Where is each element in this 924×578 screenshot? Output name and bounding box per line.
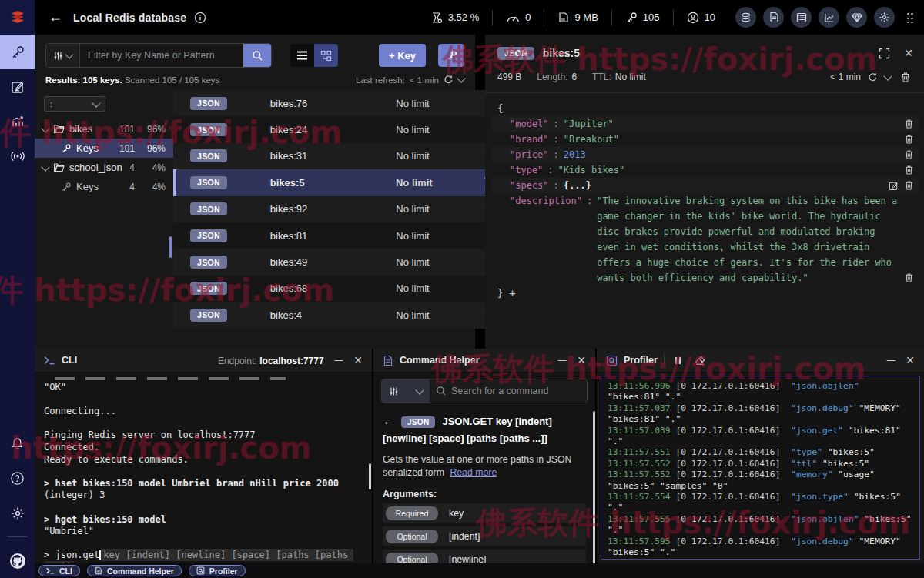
helper-scrollbar[interactable] <box>593 411 595 563</box>
minimize-cli-button[interactable]: ─ <box>335 356 343 364</box>
argument-badge: Optional <box>386 553 438 564</box>
ops-value: 0 <box>525 12 531 23</box>
remove-field-button[interactable] <box>901 147 916 162</box>
json-field-row[interactable]: "model":"Jupiter" <box>491 116 919 132</box>
cli-output[interactable]: "OK" Connecting... Pinging Redis server … <box>35 373 372 563</box>
close-helper-button[interactable]: ✕ <box>577 354 586 366</box>
analytics-button[interactable] <box>819 7 839 28</box>
tree-folder-school-json[interactable]: school_json 4 4% <box>35 158 173 177</box>
type-badge: JSON <box>190 202 227 215</box>
key-name: bikes:5 <box>270 177 396 189</box>
remove-field-button[interactable] <box>901 162 916 178</box>
profiler-log[interactable]: 13:11:56.996 [0 172.17.0.1:60416] "json.… <box>601 376 920 560</box>
sidebar-item-browser[interactable] <box>0 35 35 69</box>
command-search-input[interactable] <box>447 386 587 396</box>
sidebar-item-workbench[interactable] <box>0 69 35 104</box>
sidebar-item-pubsub[interactable] <box>0 139 35 173</box>
minimize-helper-button[interactable]: ─ <box>558 356 567 364</box>
report-button[interactable] <box>763 7 784 28</box>
back-icon[interactable]: ← <box>383 413 394 429</box>
cpu-value: 3.52 % <box>448 12 479 23</box>
refresh-icon[interactable] <box>444 75 454 85</box>
tree-folder-label: school_json <box>69 162 122 173</box>
key-row-selected[interactable]: JSONbikes:5No limit499 B <box>173 169 521 195</box>
refresh-options-chevron-icon[interactable] <box>457 74 465 82</box>
more-options-icon[interactable] <box>906 12 913 23</box>
type-badge: JSON <box>190 309 227 322</box>
tree-keys-school-json[interactable]: Keys 4 4% <box>35 177 173 196</box>
tree-folder-bikes[interactable]: bikes 101 96% <box>35 119 173 139</box>
modules-button[interactable] <box>846 7 867 28</box>
redis-logo[interactable] <box>0 0 35 35</box>
add-key-button[interactable]: + Key <box>379 44 426 67</box>
clear-profiler-button[interactable] <box>692 352 708 368</box>
profiler-toggle-button[interactable]: Profiler <box>189 565 246 576</box>
tree-keys-bikes[interactable]: Keys 101 96% <box>35 139 173 158</box>
filter-type-dropdown[interactable] <box>46 44 80 67</box>
pause-profiler-button[interactable] <box>671 352 686 368</box>
list-view-button[interactable] <box>290 44 314 67</box>
database-stats: 3.52 % 0 9 MB 105 10 <box>430 10 715 25</box>
gear-icon <box>879 12 890 23</box>
tree-view-button[interactable] <box>314 44 338 67</box>
settings-button[interactable] <box>874 7 895 28</box>
json-field-row[interactable]: "price":2013 <box>491 147 919 162</box>
sidebar-item-help[interactable] <box>0 461 35 496</box>
fullscreen-button[interactable] <box>876 45 892 61</box>
command-filter-dropdown[interactable] <box>382 379 430 403</box>
info-icon[interactable] <box>194 12 206 24</box>
profiler-log-line: 13:11:57.552 [0 172.17.0.1:60416] "ttl" … <box>608 459 913 469</box>
tree-scrollbar[interactable] <box>169 236 172 258</box>
minimize-profiler-button[interactable]: ─ <box>887 356 896 364</box>
database-overview-button[interactable] <box>735 7 756 28</box>
key-filter-input[interactable] <box>80 44 243 67</box>
cli-line: Pinging Redis server on localhost:7777 <box>44 429 363 442</box>
refresh-icon[interactable] <box>868 72 878 82</box>
edit-field-button[interactable] <box>886 178 901 193</box>
add-field-button[interactable]: + <box>509 286 515 301</box>
sidebar-item-analytics[interactable] <box>0 104 35 139</box>
key-row[interactable]: JSONbikes:92No limit674 B <box>173 196 521 222</box>
terminal-icon <box>46 567 55 574</box>
key-row[interactable]: JSONbikes:24No limit548 B <box>173 116 521 142</box>
search-button[interactable] <box>243 44 271 67</box>
key-row[interactable]: JSONbikes:76No limit516 B <box>173 90 521 116</box>
refresh-options-chevron-icon[interactable] <box>883 72 892 80</box>
key-row[interactable]: JSONbikes:31No limit621 B <box>173 143 521 169</box>
close-details-button[interactable]: ✕ <box>904 47 913 59</box>
remove-field-button[interactable] <box>901 270 916 286</box>
sidebar-item-settings[interactable] <box>0 496 35 530</box>
json-field-row[interactable]: "specs":{...} <box>491 178 919 193</box>
cli-scrollbar[interactable] <box>369 463 371 489</box>
key-row[interactable]: JSONbikes:4No limit634 B <box>173 302 521 328</box>
close-cli-button[interactable]: ✕ <box>353 354 363 366</box>
read-more-link[interactable]: Read more <box>450 467 497 478</box>
json-field-row[interactable]: "description":"The innovative braking sy… <box>491 193 919 286</box>
cli-toggle-button[interactable]: CLI <box>38 565 80 576</box>
json-viewer: { "model":"Jupiter" "brand":"Breakout" "… <box>485 93 924 301</box>
key-row[interactable]: JSONbikes:49No limit558 B <box>173 249 521 275</box>
remove-field-button[interactable] <box>901 178 916 193</box>
command-helper-toggle-button[interactable]: Command Helper <box>87 565 182 576</box>
sidebar-item-github[interactable] <box>0 543 35 578</box>
back-button[interactable]: ← <box>49 9 62 25</box>
json-field-row[interactable]: "type":"Kids bikes" <box>491 162 919 178</box>
clients-stat: 10 <box>687 12 715 24</box>
delete-key-button[interactable] <box>898 69 913 85</box>
json-field-row[interactable]: "brand":"Breakout" <box>491 132 919 147</box>
close-profiler-button[interactable]: ✕ <box>906 354 915 366</box>
bulk-actions-button[interactable] <box>438 44 464 67</box>
key-size-value: 499 B <box>497 72 521 82</box>
key-name: bikes:68 <box>270 282 397 294</box>
sidebar-item-notifications[interactable] <box>0 426 35 461</box>
json-value: 2013 <box>564 147 586 162</box>
table-view-button[interactable] <box>791 7 812 28</box>
remove-field-button[interactable] <box>901 132 916 147</box>
key-row[interactable]: JSONbikes:81No limit712 B <box>173 222 521 249</box>
chevron-down-icon <box>41 162 49 171</box>
remove-field-button[interactable] <box>901 116 916 132</box>
delimiter-select[interactable]: : <box>44 96 105 112</box>
edit-icon <box>10 79 25 95</box>
cli-prompt-line[interactable]: > json.getkey [indent] [newline] [space]… <box>44 550 363 563</box>
key-row[interactable]: JSONbikes:68No limit548 B <box>173 276 521 302</box>
